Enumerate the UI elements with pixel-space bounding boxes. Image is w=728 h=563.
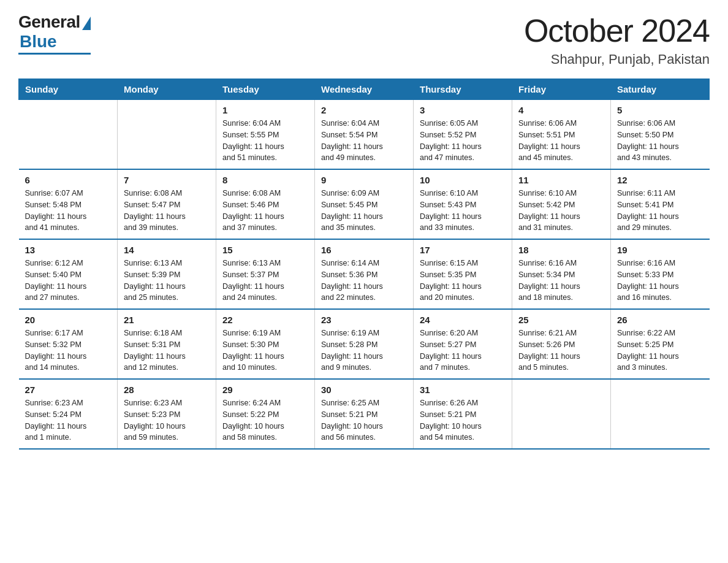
calendar-cell: 19Sunrise: 6:16 AMSunset: 5:33 PMDayligh… [611,239,710,309]
day-number: 15 [222,245,308,255]
calendar-cell: 26Sunrise: 6:22 AMSunset: 5:25 PMDayligh… [611,309,710,379]
header-cell-wednesday: Wednesday [315,79,414,100]
logo-underline [18,53,91,55]
calendar-cell: 21Sunrise: 6:18 AMSunset: 5:31 PMDayligh… [118,309,216,379]
day-info: Sunrise: 6:23 AMSunset: 5:23 PMDaylight:… [124,397,210,443]
day-info: Sunrise: 6:06 AMSunset: 5:50 PMDaylight:… [617,118,703,164]
page-header: General Blue October 2024 Shahpur, Punja… [18,12,710,67]
title-block: October 2024 Shahpur, Punjab, Pakistan [524,12,710,67]
logo-general-text: General [18,12,80,32]
day-info: Sunrise: 6:10 AMSunset: 5:42 PMDaylight:… [518,188,604,234]
day-number: 12 [617,175,703,185]
day-info: Sunrise: 6:24 AMSunset: 5:22 PMDaylight:… [222,397,308,443]
calendar-cell: 5Sunrise: 6:06 AMSunset: 5:50 PMDaylight… [611,100,710,170]
calendar-body: 1Sunrise: 6:04 AMSunset: 5:55 PMDaylight… [19,100,710,450]
calendar-header: SundayMondayTuesdayWednesdayThursdayFrid… [19,79,710,100]
calendar-cell [19,100,118,170]
week-row-4: 20Sunrise: 6:17 AMSunset: 5:32 PMDayligh… [19,309,710,379]
day-number: 17 [420,245,506,255]
day-number: 28 [124,385,210,395]
logo: General Blue [18,12,91,55]
logo-blue-text: Blue [20,32,57,52]
header-cell-monday: Monday [118,79,216,100]
day-info: Sunrise: 6:06 AMSunset: 5:51 PMDaylight:… [518,118,604,164]
day-number: 8 [222,175,308,185]
day-number: 6 [25,175,112,185]
calendar-cell: 7Sunrise: 6:08 AMSunset: 5:47 PMDaylight… [118,169,216,239]
day-number: 30 [321,385,407,395]
calendar-cell: 12Sunrise: 6:11 AMSunset: 5:41 PMDayligh… [611,169,710,239]
calendar-cell: 13Sunrise: 6:12 AMSunset: 5:40 PMDayligh… [19,239,118,309]
calendar-cell: 30Sunrise: 6:25 AMSunset: 5:21 PMDayligh… [315,379,414,449]
calendar-cell: 22Sunrise: 6:19 AMSunset: 5:30 PMDayligh… [216,309,315,379]
calendar-cell: 2Sunrise: 6:04 AMSunset: 5:54 PMDaylight… [315,100,414,170]
day-info: Sunrise: 6:09 AMSunset: 5:45 PMDaylight:… [321,188,407,234]
day-number: 27 [25,385,112,395]
day-info: Sunrise: 6:13 AMSunset: 5:39 PMDaylight:… [124,258,210,304]
day-number: 20 [25,315,112,325]
day-info: Sunrise: 6:19 AMSunset: 5:28 PMDaylight:… [321,327,407,373]
calendar-cell: 23Sunrise: 6:19 AMSunset: 5:28 PMDayligh… [315,309,414,379]
calendar-cell: 4Sunrise: 6:06 AMSunset: 5:51 PMDaylight… [512,100,611,170]
calendar-cell [118,100,216,170]
calendar-cell: 27Sunrise: 6:23 AMSunset: 5:24 PMDayligh… [19,379,118,449]
calendar-cell: 1Sunrise: 6:04 AMSunset: 5:55 PMDaylight… [216,100,315,170]
header-cell-sunday: Sunday [19,79,118,100]
day-number: 5 [617,105,703,115]
day-number: 26 [617,315,703,325]
day-info: Sunrise: 6:08 AMSunset: 5:47 PMDaylight:… [124,188,210,234]
calendar-cell: 6Sunrise: 6:07 AMSunset: 5:48 PMDaylight… [19,169,118,239]
calendar-cell [611,379,710,449]
calendar-table: SundayMondayTuesdayWednesdayThursdayFrid… [18,79,710,450]
day-number: 16 [321,245,407,255]
day-info: Sunrise: 6:15 AMSunset: 5:35 PMDaylight:… [420,258,506,304]
calendar-cell: 8Sunrise: 6:08 AMSunset: 5:46 PMDaylight… [216,169,315,239]
day-info: Sunrise: 6:19 AMSunset: 5:30 PMDaylight:… [222,327,308,373]
day-number: 11 [518,175,604,185]
calendar-cell: 11Sunrise: 6:10 AMSunset: 5:42 PMDayligh… [512,169,611,239]
day-info: Sunrise: 6:08 AMSunset: 5:46 PMDaylight:… [222,188,308,234]
calendar-cell: 10Sunrise: 6:10 AMSunset: 5:43 PMDayligh… [414,169,512,239]
calendar-subtitle: Shahpur, Punjab, Pakistan [524,52,710,67]
day-info: Sunrise: 6:17 AMSunset: 5:32 PMDaylight:… [25,327,112,373]
day-info: Sunrise: 6:11 AMSunset: 5:41 PMDaylight:… [617,188,703,234]
day-number: 22 [222,315,308,325]
day-info: Sunrise: 6:12 AMSunset: 5:40 PMDaylight:… [25,258,112,304]
calendar-cell: 25Sunrise: 6:21 AMSunset: 5:26 PMDayligh… [512,309,611,379]
week-row-3: 13Sunrise: 6:12 AMSunset: 5:40 PMDayligh… [19,239,710,309]
day-number: 31 [420,385,506,395]
day-info: Sunrise: 6:22 AMSunset: 5:25 PMDaylight:… [617,327,703,373]
day-number: 14 [124,245,210,255]
calendar-cell [512,379,611,449]
day-info: Sunrise: 6:16 AMSunset: 5:34 PMDaylight:… [518,258,604,304]
day-info: Sunrise: 6:20 AMSunset: 5:27 PMDaylight:… [420,327,506,373]
day-info: Sunrise: 6:07 AMSunset: 5:48 PMDaylight:… [25,188,112,234]
day-number: 19 [617,245,703,255]
calendar-cell: 20Sunrise: 6:17 AMSunset: 5:32 PMDayligh… [19,309,118,379]
day-info: Sunrise: 6:25 AMSunset: 5:21 PMDaylight:… [321,397,407,443]
week-row-5: 27Sunrise: 6:23 AMSunset: 5:24 PMDayligh… [19,379,710,449]
calendar-cell: 9Sunrise: 6:09 AMSunset: 5:45 PMDaylight… [315,169,414,239]
day-info: Sunrise: 6:04 AMSunset: 5:54 PMDaylight:… [321,118,407,164]
week-row-2: 6Sunrise: 6:07 AMSunset: 5:48 PMDaylight… [19,169,710,239]
calendar-cell: 16Sunrise: 6:14 AMSunset: 5:36 PMDayligh… [315,239,414,309]
day-number: 7 [124,175,210,185]
day-number: 21 [124,315,210,325]
calendar-cell: 31Sunrise: 6:26 AMSunset: 5:21 PMDayligh… [414,379,512,449]
day-number: 29 [222,385,308,395]
day-info: Sunrise: 6:13 AMSunset: 5:37 PMDaylight:… [222,258,308,304]
day-info: Sunrise: 6:18 AMSunset: 5:31 PMDaylight:… [124,327,210,373]
calendar-cell: 3Sunrise: 6:05 AMSunset: 5:52 PMDaylight… [414,100,512,170]
day-number: 23 [321,315,407,325]
day-number: 24 [420,315,506,325]
day-info: Sunrise: 6:21 AMSunset: 5:26 PMDaylight:… [518,327,604,373]
day-number: 25 [518,315,604,325]
calendar-cell: 29Sunrise: 6:24 AMSunset: 5:22 PMDayligh… [216,379,315,449]
calendar-cell: 18Sunrise: 6:16 AMSunset: 5:34 PMDayligh… [512,239,611,309]
day-info: Sunrise: 6:16 AMSunset: 5:33 PMDaylight:… [617,258,703,304]
day-info: Sunrise: 6:05 AMSunset: 5:52 PMDaylight:… [420,118,506,164]
week-row-1: 1Sunrise: 6:04 AMSunset: 5:55 PMDaylight… [19,100,710,170]
header-cell-thursday: Thursday [414,79,512,100]
logo-triangle-icon [82,17,91,30]
day-info: Sunrise: 6:26 AMSunset: 5:21 PMDaylight:… [420,397,506,443]
